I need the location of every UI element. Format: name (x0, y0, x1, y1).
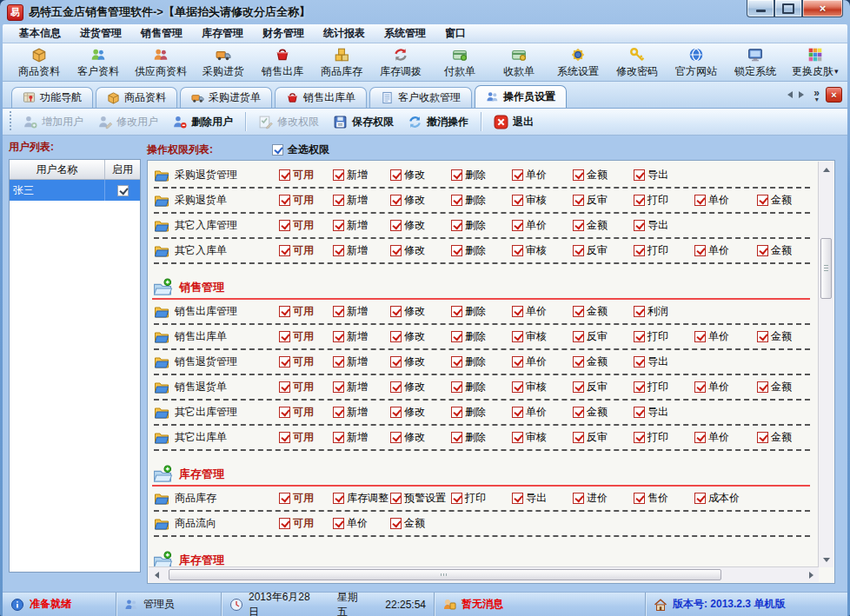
toolbar-button-password[interactable]: 修改密码 (608, 43, 667, 82)
permission-option-审核[interactable]: 审核 (512, 430, 573, 445)
permission-option-修改[interactable]: 修改 (390, 329, 451, 344)
permission-checkbox-导出[interactable] (634, 220, 645, 231)
permission-checkbox-修改[interactable] (390, 245, 402, 256)
close-button[interactable]: × (802, 0, 843, 17)
permission-option-打印[interactable]: 打印 (634, 380, 694, 394)
scroll-down-icon[interactable] (819, 553, 833, 567)
permission-checkbox-修改[interactable] (390, 432, 402, 443)
permission-checkbox-打印[interactable] (634, 331, 645, 342)
permission-checkbox-单价[interactable] (694, 331, 706, 342)
permission-checkbox-反审[interactable] (573, 432, 584, 443)
vertical-scroll-thumb[interactable] (820, 238, 832, 299)
permission-option-删除[interactable]: 删除 (451, 193, 512, 208)
permission-checkbox-删除[interactable] (451, 381, 462, 393)
permission-option-单价[interactable]: 单价 (512, 354, 573, 369)
permission-option-新增[interactable]: 新增 (333, 430, 390, 445)
permission-option-反审[interactable]: 反审 (573, 430, 634, 445)
permission-option-修改[interactable]: 修改 (390, 354, 451, 369)
action-button-delete-user[interactable]: 删除用户 (165, 112, 240, 132)
permission-option-删除[interactable]: 删除 (451, 304, 512, 319)
permission-option-单价[interactable]: 单价 (512, 304, 573, 319)
permission-option-新增[interactable]: 新增 (333, 193, 390, 208)
vertical-scrollbar[interactable] (818, 162, 833, 567)
permission-option-打印[interactable]: 打印 (634, 193, 694, 208)
permission-checkbox-金额[interactable] (573, 356, 584, 368)
toolbar-button-transfer[interactable]: 库存调拨 (371, 43, 430, 82)
tab-商品资料[interactable]: 商品资料 (96, 87, 177, 108)
tab-操作员设置[interactable]: 操作员设置 (475, 85, 567, 108)
permission-option-单价[interactable]: 单价 (512, 168, 573, 182)
user-name-column-header[interactable]: 用户名称 (10, 160, 105, 179)
permission-option-打印[interactable]: 打印 (634, 329, 694, 344)
permission-checkbox-导出[interactable] (512, 493, 523, 504)
permission-option-可用[interactable]: 可用 (279, 354, 333, 369)
permission-checkbox-金额[interactable] (573, 169, 584, 181)
toolbar-button-customers[interactable]: 客户资料 (69, 43, 128, 82)
permission-option-新增[interactable]: 新增 (333, 329, 390, 344)
permission-checkbox-可用[interactable] (279, 381, 290, 393)
permission-checkbox-单价[interactable] (694, 432, 706, 443)
permission-checkbox-反审[interactable] (573, 331, 584, 342)
permission-option-反审[interactable]: 反审 (573, 329, 634, 344)
permission-checkbox-单价[interactable] (512, 407, 523, 418)
menu-item-统计报表[interactable]: 统计报表 (314, 24, 375, 43)
permission-option-可用[interactable]: 可用 (279, 405, 333, 420)
permission-checkbox-可用[interactable] (279, 245, 290, 256)
permission-checkbox-可用[interactable] (279, 169, 290, 181)
tab-scroll-right-icon[interactable] (799, 91, 807, 98)
minimize-button[interactable] (747, 0, 774, 17)
permission-checkbox-单价[interactable] (694, 245, 706, 256)
permission-option-导出[interactable]: 导出 (634, 168, 694, 182)
permission-checkbox-进价[interactable] (573, 493, 584, 504)
permission-option-单价[interactable]: 单价 (512, 218, 573, 233)
permission-checkbox-利润[interactable] (634, 306, 645, 317)
permission-option-单价[interactable]: 单价 (694, 380, 757, 394)
toolbar-button-settings[interactable]: 系统设置 (548, 43, 608, 82)
permission-option-导出[interactable]: 导出 (634, 354, 694, 369)
permission-checkbox-打印[interactable] (634, 195, 645, 206)
permission-option-单价[interactable]: 单价 (694, 430, 757, 445)
permission-checkbox-新增[interactable] (333, 432, 344, 443)
permission-checkbox-预警设置[interactable] (390, 493, 402, 504)
permission-option-新增[interactable]: 新增 (333, 218, 390, 233)
permission-option-可用[interactable]: 可用 (279, 516, 333, 531)
permission-option-进价[interactable]: 进价 (573, 491, 634, 506)
permission-checkbox-新增[interactable] (333, 356, 344, 368)
permission-checkbox-新增[interactable] (333, 306, 344, 317)
permission-option-修改[interactable]: 修改 (390, 218, 451, 233)
action-button-save[interactable]: 保存权限 (326, 112, 401, 132)
permission-option-删除[interactable]: 删除 (451, 354, 512, 369)
tab-客户收款管理[interactable]: 客户收款管理 (369, 87, 472, 108)
permission-checkbox-单价[interactable] (694, 381, 706, 393)
permission-option-新增[interactable]: 新增 (333, 380, 390, 394)
permission-checkbox-打印[interactable] (634, 381, 645, 393)
menu-item-库存管理[interactable]: 库存管理 (192, 24, 253, 43)
permission-checkbox-金额[interactable] (390, 518, 402, 529)
permission-option-修改[interactable]: 修改 (390, 380, 451, 394)
permission-checkbox-修改[interactable] (390, 220, 402, 231)
permission-option-金额[interactable]: 金额 (390, 516, 451, 531)
permission-option-金额[interactable]: 金额 (757, 380, 819, 394)
permission-checkbox-金额[interactable] (757, 195, 768, 206)
permission-checkbox-审核[interactable] (512, 195, 523, 206)
permission-checkbox-删除[interactable] (451, 331, 462, 342)
permission-option-审核[interactable]: 审核 (512, 329, 573, 344)
permission-option-修改[interactable]: 修改 (390, 430, 451, 445)
permission-checkbox-新增[interactable] (333, 220, 344, 231)
permission-checkbox-新增[interactable] (333, 245, 344, 256)
permission-option-金额[interactable]: 金额 (757, 430, 819, 445)
permission-checkbox-新增[interactable] (333, 195, 344, 206)
permission-option-导出[interactable]: 导出 (634, 405, 694, 420)
permission-option-打印[interactable]: 打印 (634, 430, 694, 445)
permission-option-可用[interactable]: 可用 (279, 304, 333, 319)
permission-option-库存调整[interactable]: 库存调整 (333, 491, 390, 506)
permission-checkbox-导出[interactable] (634, 356, 645, 368)
close-tab-button[interactable]: × (826, 87, 842, 103)
permission-option-单价[interactable]: 单价 (694, 243, 757, 258)
permission-option-金额[interactable]: 金额 (757, 193, 819, 208)
permission-checkbox-删除[interactable] (451, 432, 462, 443)
permission-checkbox-导出[interactable] (634, 169, 645, 181)
permission-checkbox-金额[interactable] (573, 306, 584, 317)
permission-option-金额[interactable]: 金额 (573, 405, 634, 420)
permission-checkbox-新增[interactable] (333, 407, 344, 418)
